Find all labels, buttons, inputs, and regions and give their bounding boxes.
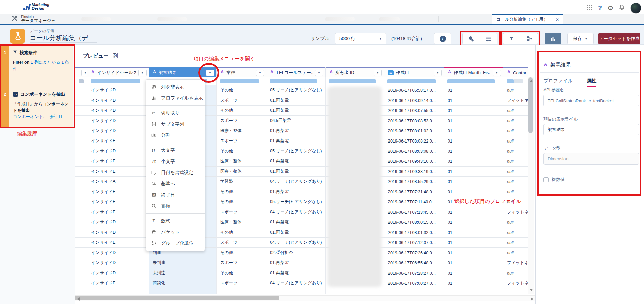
redacted-tab-label[interactable] — [81, 17, 111, 21]
tab-preview[interactable]: プレビュー — [83, 53, 108, 59]
table-cell-contact: null — [503, 126, 528, 136]
menu-item-label: プロファイルを表示 — [161, 95, 203, 101]
table-cell-kekka: 未到達 — [149, 258, 217, 268]
table-cell-ins: インサイドD — [87, 116, 149, 126]
menu-item-split[interactable]: 分割 — [146, 130, 205, 141]
table-cell-c0 — [75, 248, 87, 258]
table-cell-tel: 01.再架電 — [266, 95, 326, 106]
column-header-tel[interactable]: ATELコールステー...▼ — [266, 67, 326, 77]
menu-item-datefmt[interactable]: 日付を書式設定 — [146, 167, 205, 178]
user-avatar[interactable] — [630, 3, 641, 14]
bucket-icon — [151, 230, 157, 235]
table-body: インサイドDその他05.リーチ(ヒアリングなし)2019-06-17T06:58… — [75, 85, 534, 294]
save-button[interactable]: 保存 ▼ — [567, 33, 594, 44]
table-cell-contact: フィットネス — [503, 258, 528, 268]
horizontal-scrollbar[interactable] — [75, 295, 535, 301]
menu-item-upper[interactable]: tT大文字 — [146, 145, 205, 156]
column-menu-button-owner[interactable]: ▼ — [374, 70, 382, 76]
einstein-data-manager-tab[interactable]: Einstein データマネージャ — [9, 14, 58, 24]
redacted-tab-label[interactable] — [325, 17, 355, 21]
active-browser-tab[interactable]: コール分析編集（デモ用） ✕ — [492, 14, 563, 24]
replace-icon — [151, 203, 157, 209]
table-cell-tel: 05.リーチ(ヒアリングなし) — [266, 197, 326, 207]
menu-item-label: 切り取り — [161, 110, 180, 116]
table-cell-kekka: 商談化 — [149, 278, 217, 288]
menu-item-label: 数式 — [161, 218, 170, 224]
column-menu-button-tel[interactable]: ▼ — [315, 70, 323, 76]
scroll-down-arrow[interactable] — [530, 289, 533, 291]
info-button[interactable]: i — [434, 33, 451, 44]
table-cell-gyoshu: スポーツ — [217, 258, 266, 268]
create-dataset-button[interactable]: データセットを作成 — [598, 33, 640, 44]
table-cell-month: 01 — [444, 95, 503, 106]
column-header-ins[interactable]: Aインサイドセールス▼ — [87, 67, 149, 77]
help-icon[interactable]: ? — [598, 4, 602, 12]
sample-size-select[interactable]: 5000 行 ▼ — [335, 33, 386, 44]
scroll-right-arrow[interactable] — [531, 297, 533, 301]
vertical-scrollbar[interactable] — [528, 77, 534, 294]
redacted-tab-label[interactable] — [379, 17, 400, 21]
table-cell-created: 2019-06-17T08:03:08.0... — [384, 146, 444, 156]
column-header-owner[interactable]: A所有者 ID▼ — [326, 67, 384, 77]
menu-item-substr[interactable]: サブ文字列 — [146, 118, 205, 130]
column-menu-button-gyoshu[interactable]: ▼ — [256, 70, 264, 76]
table-cell-c0 — [75, 106, 87, 116]
histogram-cell-tel — [266, 77, 326, 85]
table-cell-month: 01 — [444, 227, 503, 238]
column-menu-button-month[interactable]: ▼ — [493, 70, 501, 76]
tab-separator — [362, 16, 362, 22]
notifications-bell-icon[interactable] — [619, 4, 625, 12]
tab-columns[interactable]: 列 — [113, 53, 118, 59]
scroll-up-arrow[interactable] — [530, 80, 533, 82]
menu-item-replace[interactable]: 置換 — [146, 200, 205, 212]
menu-item-cut[interactable]: ✂切り取り — [146, 107, 205, 118]
table-cell-contact: フィットネス — [503, 207, 528, 217]
edit-history-toggle-button[interactable] — [545, 33, 561, 44]
table-cell-gyoshu: その他 — [217, 85, 266, 95]
column-header-created[interactable]: 12作成日▼ — [384, 67, 444, 77]
column-header-gyoshu[interactable]: A業種▼ — [217, 67, 266, 77]
menu-item-bucket[interactable]: バケット — [146, 226, 205, 238]
column-header-c0[interactable]: y▼ — [75, 67, 87, 77]
menu-item-lower[interactable]: Tt小文字 — [146, 156, 205, 167]
column-menu-button-ins[interactable]: ▼ — [138, 70, 147, 76]
menu-item-hide[interactable]: 列を非表示 — [146, 81, 205, 92]
vertical-scroll-thumb[interactable] — [528, 77, 533, 133]
settings-gear-icon[interactable]: ⚙ — [607, 5, 613, 12]
table-cell-contact: null — [503, 85, 528, 95]
table-cell-month: 01 — [444, 167, 503, 177]
table-histogram-row — [75, 77, 528, 85]
redacted-tab-label[interactable] — [157, 17, 187, 21]
table-cell-month: 01 — [444, 136, 503, 146]
page-title: コール分析編集（デ — [30, 34, 97, 43]
close-tab-icon[interactable]: ✕ — [556, 17, 559, 22]
table-cell-created: 2019-06-17T03:08:53.0... — [384, 116, 444, 126]
table-cell-created: 2019-06-17T08:55:29.0... — [384, 177, 444, 187]
table-cell-gyoshu: 医療・整体 — [217, 217, 266, 227]
table-row: インサイドE商談化スポーツ04.リーチ(ヒアリングあり)2019-06-17T0… — [75, 278, 528, 288]
column-menu-button-c0[interactable]: ▼ — [81, 70, 87, 76]
column-header-month[interactable]: A作成日 Month_Fis...▼ — [444, 67, 503, 77]
logo-bars-icon — [23, 4, 31, 10]
table-cell-tel: 01.再架電 — [266, 126, 326, 136]
table-cell-created: 2019-06-17T03:09:14.0... — [384, 95, 444, 106]
table-cell-c0 — [75, 197, 87, 207]
table-cell-gyoshu: スポーツ — [217, 278, 266, 288]
menu-item-group[interactable]: グループ化単位 — [146, 238, 205, 249]
table-cell-c0 — [75, 288, 87, 294]
horizontal-scroll-thumb[interactable] — [75, 296, 279, 300]
menu-item-profile[interactable]: プロファイルを表示 — [146, 92, 205, 104]
histogram-cell-month — [444, 77, 503, 85]
menu-item-trim[interactable]: 基準へ — [146, 178, 205, 189]
table-cell-month: 01 — [444, 187, 503, 197]
app-launcher-icon[interactable] — [586, 4, 593, 12]
table-cell-contact: null — [503, 227, 528, 238]
menu-item-enddate[interactable]: 12終了日 — [146, 189, 205, 200]
column-header-contact[interactable]: AContactID_ — [503, 67, 528, 77]
data-manager-label: データマネージャ — [21, 19, 55, 23]
table-cell-contact: null — [503, 146, 528, 156]
scroll-left-arrow[interactable] — [77, 297, 80, 301]
menu-item-formula[interactable]: Σ数式 — [146, 215, 205, 226]
column-menu-button-created[interactable]: ▼ — [434, 70, 442, 76]
table-cell-created: 2019-06-17T03:08:22.0... — [384, 136, 444, 146]
